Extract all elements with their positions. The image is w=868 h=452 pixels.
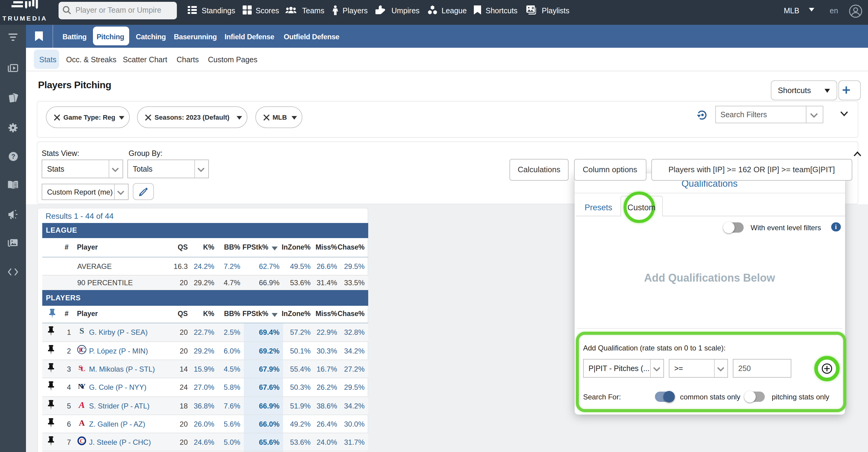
svg-text:C: C (80, 438, 84, 444)
svg-text:A: A (79, 418, 85, 427)
svg-text:A: A (78, 400, 85, 409)
svg-text:S: S (80, 326, 84, 335)
svg-text:C: C (81, 346, 85, 354)
svg-text:?: ? (11, 152, 15, 160)
svg-text:Y: Y (80, 383, 85, 390)
svg-text:L: L (81, 365, 85, 372)
